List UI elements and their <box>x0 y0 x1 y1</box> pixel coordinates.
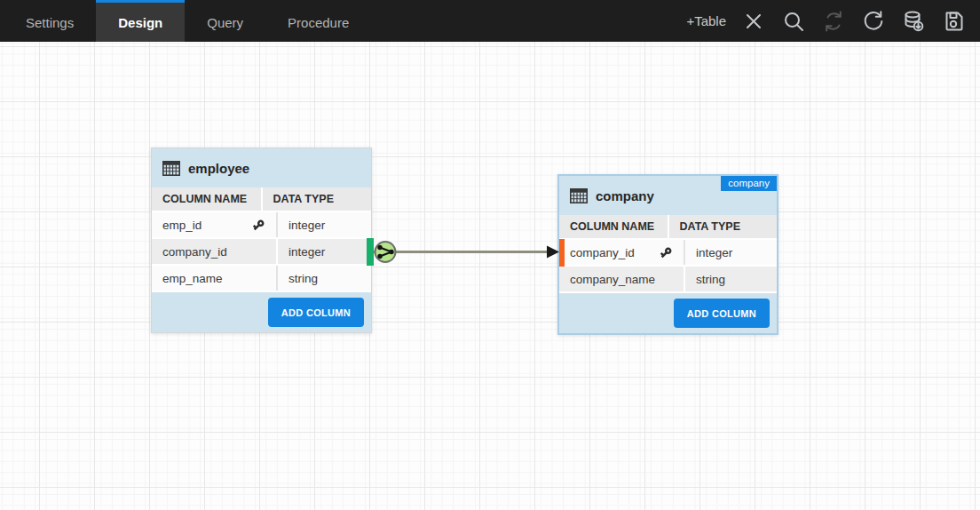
tab-procedure[interactable]: Procedure <box>265 0 371 42</box>
table-grid-icon <box>570 188 588 203</box>
tab-query[interactable]: Query <box>185 0 265 42</box>
column-name-header: COLUMN NAME <box>559 215 669 238</box>
data-type: integer <box>685 240 777 265</box>
column-name: emp_name <box>162 272 223 285</box>
table-title: company <box>596 188 654 203</box>
column-name: emp_id <box>162 219 202 232</box>
data-type: string <box>685 267 777 291</box>
column-name: company_id <box>162 245 227 259</box>
data-type: integer <box>278 239 371 264</box>
column-name-header: COLUMN NAME <box>152 187 263 211</box>
table-header-employee[interactable]: employee <box>152 148 371 187</box>
table-row[interactable]: emp_name string <box>152 266 371 292</box>
toolbar-actions: +Table <box>686 0 980 42</box>
table-row[interactable]: company_id integer <box>559 240 777 267</box>
relation-line[interactable] <box>0 42 980 510</box>
column-name: company_name <box>570 273 655 286</box>
column-headers: COLUMN NAME DATA TYPE <box>559 215 777 240</box>
add-column-button[interactable]: ADD COLUMN <box>674 299 770 328</box>
tab-design[interactable]: Design <box>96 0 185 42</box>
table-row[interactable]: company_id integer <box>152 239 371 266</box>
table-footer: ADD COLUMN <box>152 292 371 332</box>
table-rows: emp_id integer company_id integer emp <box>152 212 371 292</box>
design-canvas[interactable]: employee COLUMN NAME DATA TYPE emp_id in… <box>0 42 980 510</box>
column-headers: COLUMN NAME DATA TYPE <box>152 187 371 212</box>
primary-key-icon <box>660 246 673 259</box>
search-icon[interactable] <box>781 9 806 34</box>
data-type: integer <box>278 212 371 237</box>
relation-target-marker <box>559 239 565 267</box>
column-name: company_id <box>570 246 635 259</box>
table-title: employee <box>188 161 249 176</box>
add-table-button[interactable]: +Table <box>686 13 726 28</box>
data-type: string <box>278 266 371 291</box>
table-card-employee[interactable]: employee COLUMN NAME DATA TYPE emp_id in… <box>151 147 372 333</box>
table-row[interactable]: emp_id integer <box>152 212 371 239</box>
data-type-header: DATA TYPE <box>669 215 778 238</box>
add-column-button[interactable]: ADD COLUMN <box>268 298 364 327</box>
table-footer: ADD COLUMN <box>559 293 777 333</box>
table-card-company[interactable]: company company COLUMN NAME DATA TYPE co… <box>557 174 778 335</box>
data-type-header: DATA TYPE <box>263 187 372 211</box>
relation-source-marker <box>367 238 374 266</box>
save-icon[interactable] <box>941 9 966 34</box>
refresh-icon[interactable] <box>861 9 886 34</box>
table-row[interactable]: company_name string <box>559 267 777 293</box>
toolbar: Settings Design Query Procedure +Table <box>0 0 980 42</box>
relation-junction-icon <box>375 242 396 262</box>
table-header-company[interactable]: company company <box>559 176 777 215</box>
close-icon[interactable] <box>741 9 766 34</box>
sync-icon[interactable] <box>821 9 846 34</box>
primary-key-icon <box>252 219 265 232</box>
table-rows: company_id integer company_name string <box>559 240 777 293</box>
tab-settings[interactable]: Settings <box>4 0 96 42</box>
table-name-badge: company <box>721 176 777 191</box>
tab-bar: Settings Design Query Procedure <box>0 0 371 42</box>
table-grid-icon <box>162 161 180 176</box>
database-export-icon[interactable] <box>901 9 926 34</box>
